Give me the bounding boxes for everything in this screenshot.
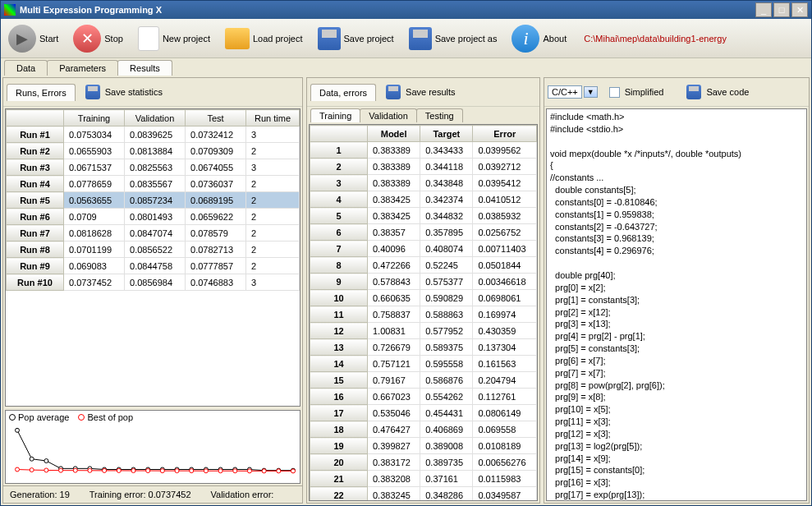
svg-point-36	[247, 469, 251, 473]
minimize-button[interactable]: _	[755, 2, 772, 17]
svg-point-38	[277, 469, 281, 473]
save-project-as-button[interactable]: Save project as	[405, 21, 507, 56]
table-row[interactable]: 60.383570.3578950.0256752	[310, 224, 537, 241]
svg-point-23	[59, 468, 63, 472]
save-code-button[interactable]: Save code	[678, 81, 757, 103]
new-file-icon	[138, 26, 159, 51]
subtab-validation[interactable]: Validation	[360, 108, 417, 122]
svg-point-30	[160, 469, 164, 473]
simplified-checkbox[interactable]	[609, 87, 620, 98]
subtab-testing[interactable]: Testing	[416, 108, 463, 122]
svg-point-29	[146, 469, 150, 473]
info-icon	[512, 25, 539, 53]
col-header[interactable]: Run time	[246, 110, 300, 126]
table-row[interactable]: Run #100.07374520.08569840.07468833	[7, 274, 300, 291]
load-project-button[interactable]: Load project	[221, 21, 312, 56]
data-errors-panel: Data, errors Save results Training Valid…	[306, 77, 540, 504]
table-row[interactable]: 200.3831720.3897350.00656276	[310, 454, 537, 471]
table-row[interactable]: 50.3834250.3448320.0385932	[310, 208, 537, 224]
floppy-icon	[85, 85, 100, 99]
folder-open-icon	[225, 28, 250, 49]
table-row[interactable]: 150.791670.5868760.204794	[310, 372, 537, 389]
language-select[interactable]: C/C++	[548, 85, 582, 99]
tab-results[interactable]: Results	[117, 60, 172, 76]
col-header[interactable]: Training	[64, 110, 125, 126]
table-row[interactable]: 121.008310.5779520.430359	[310, 323, 537, 339]
table-row[interactable]: Run #20.06559030.08138840.07093092	[7, 143, 300, 159]
table-row[interactable]: 210.3832080.371610.0115983	[310, 471, 537, 487]
table-row[interactable]: Run #10.07530340.08396250.07324123	[7, 126, 300, 143]
save-statistics-button[interactable]: Save statistics	[77, 81, 171, 103]
tab-data[interactable]: Data	[4, 60, 48, 76]
results-grid[interactable]: ModelTargetError10.3833890.3434330.03995…	[309, 124, 538, 501]
table-row[interactable]: 40.3834250.3423740.0410512	[310, 191, 537, 208]
stop-icon	[73, 25, 101, 53]
about-button[interactable]: About	[507, 21, 576, 56]
svg-point-28	[131, 469, 135, 473]
table-row[interactable]: 190.3998270.3890080.0108189	[310, 438, 537, 454]
svg-point-22	[44, 468, 48, 472]
col-header[interactable]: Test	[186, 110, 246, 126]
table-row[interactable]: Run #70.08186280.08470740.0785792	[7, 225, 300, 242]
table-row[interactable]: 160.6670230.5542620.112761	[310, 389, 537, 405]
col-header[interactable]: Model	[368, 126, 420, 142]
table-row[interactable]: Run #50.05636550.08572340.06891952	[7, 192, 300, 209]
close-button[interactable]: ✕	[791, 2, 808, 17]
window-title: Multi Expression Programming X	[20, 5, 755, 15]
svg-point-25	[88, 468, 92, 472]
app-icon	[4, 4, 16, 16]
svg-point-0	[16, 428, 20, 432]
table-row[interactable]: 100.6606350.5908290.0698061	[310, 290, 537, 306]
table-row[interactable]: Run #40.07786590.08355670.07360372	[7, 176, 300, 192]
runs-errors-tab[interactable]: Runs, Errors	[7, 84, 76, 101]
code-output[interactable]: #include <math.h> #include <stdio.h> voi…	[546, 108, 807, 501]
col-header[interactable]: Error	[473, 126, 537, 142]
table-row[interactable]: 180.4764270.4068690.069558	[310, 421, 537, 438]
svg-point-21	[30, 468, 34, 472]
table-row[interactable]: 20.3833890.3441180.0392712	[310, 159, 537, 175]
stop-button[interactable]: Stop	[69, 21, 132, 56]
table-row[interactable]: 70.400960.4080740.00711403	[310, 241, 537, 257]
svg-point-31	[175, 469, 179, 473]
project-path: C:\Mihai\mep\data\building1-energy	[577, 34, 733, 44]
table-row[interactable]: 110.7588370.5888630.169974	[310, 306, 537, 323]
table-row[interactable]: 80.4722660.522450.0501844	[310, 257, 537, 274]
chevron-down-icon[interactable]: ▼	[584, 86, 598, 98]
table-row[interactable]: 90.5788430.5753770.00346618	[310, 274, 537, 290]
svg-point-39	[291, 469, 296, 473]
col-header[interactable]	[310, 126, 368, 142]
svg-point-2	[44, 459, 48, 463]
col-header[interactable]	[7, 110, 64, 126]
table-row[interactable]: 10.3833890.3434330.0399562	[310, 142, 537, 159]
simplified-label: Simplified	[625, 87, 664, 97]
table-row[interactable]: 170.5350460.4544310.0806149	[310, 405, 537, 421]
main-toolbar: Start Stop New project Load project Save…	[1, 19, 811, 58]
tab-parameters[interactable]: Parameters	[47, 60, 118, 76]
play-icon	[8, 25, 36, 53]
runs-grid[interactable]: TrainingValidationTestRun timeRun #10.07…	[5, 108, 300, 407]
table-row[interactable]: Run #80.07011990.08565220.07827132	[7, 242, 300, 258]
status-bar: Generation: 19 Training error: 0.0737452…	[3, 485, 302, 503]
table-row[interactable]: 30.3833890.3438480.0395412	[310, 175, 537, 191]
svg-point-37	[262, 469, 266, 473]
svg-point-20	[16, 467, 20, 472]
data-errors-tab[interactable]: Data, errors	[310, 84, 376, 101]
table-row[interactable]: 130.7266790.5893750.137304	[310, 339, 537, 356]
table-row[interactable]: 140.7571210.5955580.161563	[310, 356, 537, 372]
runs-panel: Runs, Errors Save statistics TrainingVal…	[2, 77, 303, 504]
error-chart: Pop average Best of pop	[5, 410, 300, 484]
table-row[interactable]: Run #90.0690830.08447580.07778572	[7, 258, 300, 274]
save-project-button[interactable]: Save project	[314, 21, 403, 56]
svg-point-26	[103, 468, 107, 472]
floppy-icon	[686, 85, 701, 99]
col-header[interactable]: Target	[420, 126, 473, 142]
subtab-training[interactable]: Training	[310, 108, 360, 122]
maximize-button[interactable]: □	[773, 2, 790, 17]
col-header[interactable]: Validation	[125, 110, 186, 126]
table-row[interactable]: Run #60.07090.08014930.06596222	[7, 209, 300, 225]
table-row[interactable]: Run #30.06715370.08255630.06740553	[7, 159, 300, 176]
start-button[interactable]: Start	[4, 21, 67, 56]
new-project-button[interactable]: New project	[134, 21, 219, 56]
save-results-button[interactable]: Save results	[378, 81, 464, 103]
table-row[interactable]: 220.3832450.3482860.0349587	[310, 487, 537, 502]
